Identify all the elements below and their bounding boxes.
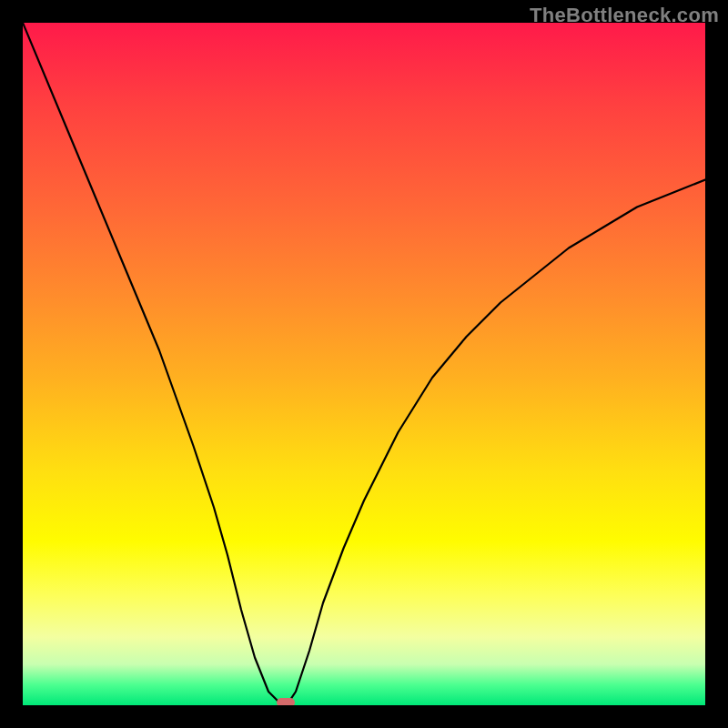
minimum-marker <box>277 698 295 705</box>
curve-layer <box>23 23 705 705</box>
chart-stage: TheBottleneck.com <box>0 0 728 728</box>
watermark-text: TheBottleneck.com <box>530 4 719 27</box>
plot-area <box>23 23 705 705</box>
bottleneck-curve <box>23 23 705 705</box>
